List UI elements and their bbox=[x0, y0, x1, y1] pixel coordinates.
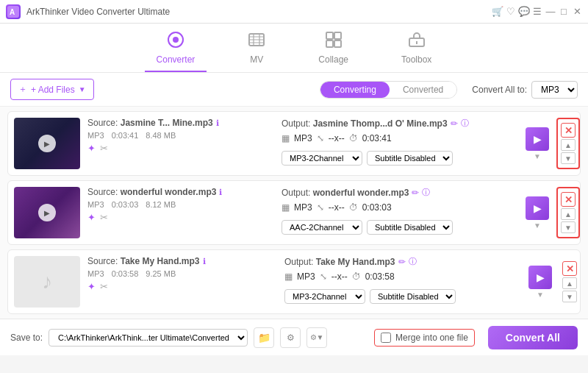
clock-icon-3: ⏱ bbox=[352, 271, 361, 282]
output-controls-3: ▦ MP3 ⤡ --x-- ⏱ 0:03:58 bbox=[284, 271, 523, 282]
collage-icon bbox=[325, 31, 343, 52]
source-text-1: Source: Jasmine T... Mine.mp3 bbox=[87, 118, 213, 128]
file-list: ▶ Source: Jasmine T... Mine.mp3 ℹ MP3 0:… bbox=[0, 107, 588, 319]
convert-dropdown-2[interactable]: ▼ bbox=[534, 221, 541, 230]
file-info-2: Source: wonderful wonder.mp3 ℹ MP3 0:03:… bbox=[80, 187, 276, 238]
info-icon-1[interactable]: ℹ bbox=[216, 118, 219, 128]
merge-checkbox[interactable] bbox=[381, 333, 391, 343]
move-down-1[interactable]: ▼ bbox=[561, 152, 576, 164]
duration-3: 0:03:58 bbox=[112, 269, 139, 278]
file-meta-1: MP3 0:03:41 8.48 MB bbox=[87, 131, 268, 140]
output-info-icon-2[interactable]: ⓘ bbox=[422, 187, 430, 198]
chat-icon[interactable]: 💬 bbox=[519, 7, 529, 17]
bottom-bar: Save to: C:\ArkThinker\ArkThink...ter Ul… bbox=[0, 319, 588, 355]
folder-icon-btn[interactable]: 📁 bbox=[254, 327, 274, 348]
cut-icon-1[interactable]: ✂ bbox=[100, 143, 108, 154]
play-icon-1[interactable]: ▶ bbox=[38, 135, 56, 152]
file-meta-2: MP3 0:03:03 8.12 MB bbox=[87, 200, 268, 209]
output-name-2: Output: wonderful wonder.mp3 ✏ ⓘ bbox=[282, 187, 520, 198]
info-icon-2[interactable]: ℹ bbox=[219, 188, 222, 197]
convert-dropdown-3[interactable]: ▼ bbox=[537, 291, 544, 299]
convert-wrapper-3: ▶ ▼ bbox=[528, 256, 559, 308]
tab-converter[interactable]: Converter bbox=[145, 28, 207, 72]
heart-icon[interactable]: ♡ bbox=[506, 7, 516, 17]
cart-icon[interactable]: 🛒 bbox=[492, 7, 503, 17]
converted-tab[interactable]: Converted bbox=[390, 82, 456, 98]
effects-icon-3[interactable]: ✦ bbox=[87, 281, 96, 292]
tab-mv[interactable]: MV bbox=[236, 28, 277, 72]
dropdown-arrow-icon: ▼ bbox=[79, 85, 86, 93]
minimize-button[interactable]: — bbox=[545, 7, 556, 17]
convert-button-2[interactable]: ▶ bbox=[526, 196, 549, 220]
close-button[interactable]: ✕ bbox=[572, 7, 582, 17]
effects-icon-2[interactable]: ✦ bbox=[87, 212, 96, 223]
toolbox-icon bbox=[408, 31, 426, 52]
output-info-icon-1[interactable]: ⓘ bbox=[461, 118, 469, 129]
file-thumb-2: ▶ bbox=[14, 187, 80, 238]
merge-section[interactable]: Merge into one file bbox=[374, 329, 475, 347]
move-down-2[interactable]: ▼ bbox=[561, 221, 576, 233]
remove-button-2[interactable]: ✕ bbox=[561, 192, 576, 207]
convert-button-3[interactable]: ▶ bbox=[528, 266, 552, 289]
output-section-2: Output: wonderful wonder.mp3 ✏ ⓘ ▦ MP3 ⤡… bbox=[276, 187, 526, 238]
convert-wrapper-2: ▶ ▼ bbox=[526, 187, 556, 238]
converting-tab[interactable]: Converting bbox=[320, 82, 390, 98]
duration-1: 0:03:41 bbox=[112, 131, 139, 140]
size-3: 9.25 MB bbox=[146, 269, 176, 278]
channel-select-3[interactable]: MP3-2Channel AAC-2Channel bbox=[284, 289, 365, 304]
edit-icon-2[interactable]: ✏ bbox=[412, 188, 419, 198]
converter-label: Converter bbox=[157, 54, 196, 65]
save-path-select[interactable]: C:\ArkThinker\ArkThink...ter Ultimate\Co… bbox=[49, 329, 248, 347]
svg-rect-8 bbox=[326, 40, 333, 47]
source-label-1: Source: Jasmine T... Mine.mp3 ℹ bbox=[87, 118, 268, 128]
tab-collage[interactable]: Collage bbox=[306, 28, 360, 72]
output-duration-2: 0:03:03 bbox=[362, 202, 392, 213]
output-duration-1: 0:03:41 bbox=[362, 133, 392, 143]
cut-icon-2[interactable]: ✂ bbox=[100, 212, 108, 223]
remove-button-1[interactable]: ✕ bbox=[561, 123, 576, 138]
gear-dropdown-btn[interactable]: ⚙▼ bbox=[306, 327, 327, 348]
channel-select-2[interactable]: AAC-2Channel MP3-2Channel bbox=[282, 220, 362, 235]
effects-icon-1[interactable]: ✦ bbox=[87, 143, 96, 154]
format-icon-2: ▦ bbox=[282, 202, 290, 213]
move-up-1[interactable]: ▲ bbox=[561, 139, 576, 151]
output-info-icon-3[interactable]: ⓘ bbox=[409, 256, 417, 267]
convert-button-1[interactable]: ▶ bbox=[526, 127, 549, 151]
edit-icon-3[interactable]: ✏ bbox=[398, 257, 406, 267]
convert-all-button[interactable]: Convert All bbox=[488, 326, 578, 349]
channel-select-1[interactable]: MP3-2Channel AAC-2Channel bbox=[282, 151, 362, 166]
file-thumb-1: ▶ bbox=[14, 118, 80, 169]
subtitle-select-1[interactable]: Subtitle Disabled Subtitle Enabled bbox=[367, 151, 453, 166]
convert-dropdown-1[interactable]: ▼ bbox=[534, 152, 541, 160]
cut-icon-3[interactable]: ✂ bbox=[100, 281, 108, 292]
mv-icon bbox=[248, 31, 265, 52]
remove-button-3[interactable]: ✕ bbox=[562, 261, 577, 276]
subtitle-select-3[interactable]: Subtitle Disabled Subtitle Enabled bbox=[370, 289, 456, 304]
menu-icon[interactable]: ☰ bbox=[532, 7, 542, 17]
output-format-3: MP3 bbox=[297, 271, 315, 282]
merge-label: Merge into one file bbox=[395, 333, 468, 343]
play-icon-2[interactable]: ▶ bbox=[38, 204, 56, 221]
add-files-button[interactable]: ＋ + Add Files ▼ bbox=[10, 79, 94, 100]
duration-2: 0:03:03 bbox=[112, 200, 139, 209]
convert-all-to-label: Convert All to: bbox=[472, 85, 527, 95]
svg-rect-9 bbox=[334, 40, 341, 47]
move-down-3[interactable]: ▼ bbox=[562, 291, 577, 302]
output-section-3: Output: Take My Hand.mp3 ✏ ⓘ ▦ MP3 ⤡ --x… bbox=[279, 256, 528, 308]
plus-icon: ＋ bbox=[18, 83, 27, 96]
svg-rect-6 bbox=[326, 32, 333, 39]
tab-toolbox[interactable]: Toolbox bbox=[390, 28, 443, 72]
global-format-select[interactable]: MP3 MP4 AAC AVI bbox=[531, 81, 578, 99]
app-title: ArkThinker Video Converter Ultimate bbox=[26, 7, 492, 17]
info-icon-3[interactable]: ℹ bbox=[203, 257, 206, 266]
resize-icon-2: ⤡ bbox=[317, 202, 324, 213]
maximize-button[interactable]: □ bbox=[559, 7, 569, 17]
settings-icon-btn[interactable]: ⚙ bbox=[280, 327, 301, 348]
size-2: 8.12 MB bbox=[146, 200, 176, 209]
move-up-3[interactable]: ▲ bbox=[562, 277, 577, 289]
move-up-2[interactable]: ▲ bbox=[561, 208, 576, 220]
edit-icon-1[interactable]: ✏ bbox=[451, 118, 458, 129]
file-item-1: ▶ Source: Jasmine T... Mine.mp3 ℹ MP3 0:… bbox=[7, 111, 581, 176]
source-label-2: Source: wonderful wonder.mp3 ℹ bbox=[87, 187, 268, 197]
subtitle-select-2[interactable]: Subtitle Disabled Subtitle Enabled bbox=[367, 220, 453, 235]
